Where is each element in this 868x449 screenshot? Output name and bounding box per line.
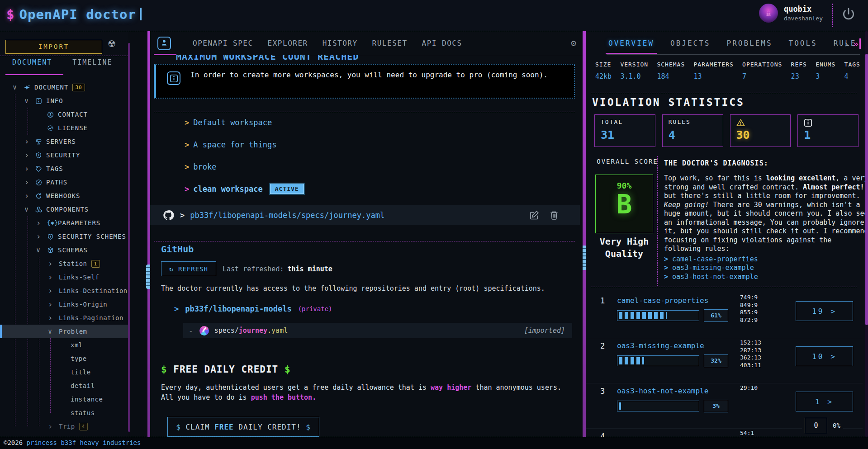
tree-item[interactable]: TAGS [0, 162, 128, 175]
tree-item[interactable]: DOCUMENT 30 [0, 80, 128, 94]
repo-spec-row[interactable]: pb33f/libopenapi-models/specs/journey.ya… [150, 205, 580, 225]
tree-item[interactable]: xml [0, 338, 128, 352]
tree-item[interactable]: COMPONENTS [0, 203, 128, 216]
tree-item[interactable]: Links-Self [0, 270, 128, 284]
tree-item[interactable]: LICENSE [0, 121, 128, 135]
profile-tab[interactable] [157, 37, 171, 50]
sidebar-tab-underline [5, 74, 63, 75]
section-divider [591, 287, 857, 287]
tree-item[interactable]: SECURITY SCHEMES [0, 230, 128, 243]
workspace-chevron-icon [185, 118, 189, 127]
panel-tab[interactable]: TOOLS [789, 39, 817, 47]
tree-chevron-icon [36, 246, 47, 254]
avatar[interactable]: ☠ [759, 4, 778, 23]
violation-count-button[interactable]: 19 > [796, 301, 853, 321]
workspace-item[interactable]: A space for things [185, 140, 574, 162]
workspace-item[interactable]: clean workspace ACTIVE [185, 184, 574, 207]
workspace-item[interactable]: Default workspace [185, 118, 574, 140]
tree-item[interactable]: title [0, 365, 128, 379]
header-bar: $OpenAPI doctor ☠ quobix daveshanley [0, 0, 868, 31]
violation-rule-link[interactable]: oas3-missing-example [617, 341, 704, 351]
panel-tab[interactable]: PROBLEMS [727, 39, 773, 47]
imported-label: [imported] [524, 326, 565, 335]
section-divider [591, 93, 857, 93]
tree-item-label: CONTACT [58, 111, 88, 118]
tree-item[interactable]: {✱} PARAMETERS [0, 216, 128, 230]
tree-item[interactable]: SCHEMAS [0, 243, 128, 257]
panel-tab[interactable]: OVERVIEW [608, 39, 654, 47]
tree-item[interactable]: CONTACT [0, 108, 128, 121]
tree-item-label: Trip [59, 423, 75, 430]
rule-link[interactable]: oas3-host-not-example [664, 273, 865, 282]
stat-label: REFS [791, 61, 807, 68]
spec-file-row[interactable]: specs/journey.yaml [imported] [183, 323, 572, 338]
tree-item[interactable]: WEBHOOKS [0, 189, 128, 203]
trash-icon[interactable] [549, 210, 559, 220]
tree-item-label: PATHS [46, 179, 67, 186]
rule-link[interactable]: oas3-missing-example [664, 264, 865, 273]
import-button[interactable]: IMPORT [5, 40, 102, 54]
tree-item[interactable]: INFO [0, 94, 128, 108]
power-icon[interactable] [841, 7, 857, 23]
workspace-chevron-icon [185, 140, 189, 149]
stat-value: 13 [694, 72, 734, 80]
tree-item[interactable]: instance [0, 392, 128, 406]
tree-item[interactable]: Links-Origin [0, 298, 128, 311]
refresh-button[interactable]: REFRESH [161, 261, 216, 276]
footer-link[interactable]: princess b33f heavy industries [27, 439, 141, 446]
workspace-tab[interactable]: API DOCS [422, 39, 462, 47]
workspace-tab[interactable]: HISTORY [323, 39, 358, 47]
tree-item[interactable]: type [0, 352, 128, 365]
user-box[interactable]: ☠ quobix daveshanley [759, 4, 823, 23]
tree-item-label: Links-Pagination [59, 314, 123, 321]
tree-item[interactable]: SECURITY [0, 148, 128, 162]
violation-rule-link[interactable]: oas3-host-not-example [617, 386, 708, 396]
tree-item-label: DOCUMENT [34, 84, 68, 91]
workspace-tab[interactable]: EXPLORER [268, 39, 308, 47]
sidebar-tab[interactable]: TIMELINE [72, 58, 112, 66]
right-panel-scrollbar[interactable] [865, 31, 868, 437]
violation-count-button[interactable]: 1 > [796, 392, 853, 411]
card-value: 1 [804, 128, 852, 142]
gear-icon[interactable]: ⚙ [571, 38, 576, 48]
stat-label: SCHEMAS [657, 61, 685, 68]
repo-item[interactable]: pb33f/libopenapi-models (private) [174, 304, 332, 313]
github-description: The doctor currently has access to the f… [161, 284, 545, 293]
rule-link[interactable]: camel-case-properties [664, 255, 865, 264]
panel-tab[interactable]: OBJECTS [670, 39, 710, 47]
tree-item[interactable]: detail [0, 379, 128, 392]
progress-fill [619, 357, 644, 364]
violation-count-button[interactable]: 10 > [796, 346, 853, 366]
tab-scroll-next-icon[interactable] [844, 38, 849, 49]
tree-item[interactable]: status [0, 406, 128, 420]
diagnosis-paragraph: Top work, so far this is looking excelle… [664, 174, 865, 254]
edit-icon[interactable] [529, 210, 539, 220]
tab-scroll-end-icon[interactable] [853, 38, 861, 49]
tree-item[interactable]: Trip 4 [0, 420, 128, 433]
dollar-icon: $ [285, 364, 291, 375]
sidebar-scrollbar[interactable] [128, 43, 130, 432]
tree-item[interactable]: Problem [0, 325, 128, 338]
workspace-tab[interactable]: OPENAPI SPEC [193, 39, 253, 47]
file-prefix: specs/ [214, 326, 239, 335]
tree-chevron-icon [24, 178, 35, 187]
repo-name: pb33f/libopenapi-models [185, 304, 291, 313]
overview-tabs: OVERVIEWOBJECTSPROBLEMSTOOLSRULE [608, 31, 856, 55]
progress-fill [619, 312, 667, 319]
scrollbar-thumb[interactable] [865, 54, 868, 325]
alert-banner: In order to create more workspaces, you … [154, 64, 575, 99]
workspace-tab[interactable]: RULESET [372, 39, 408, 47]
tree-item[interactable]: PATHS [0, 175, 128, 189]
sidebar-tab[interactable]: DOCUMENT [12, 58, 52, 66]
violation-list: 1 camel-case-properties 61% 749:9 849:9 … [586, 293, 863, 437]
tree-item[interactable]: Links-Pagination [0, 311, 128, 325]
claim-credit-button[interactable]: $ CLAIM FREE DAILY CREDIT! $ [167, 417, 319, 437]
workspace-item[interactable]: broke [185, 162, 574, 184]
tree-item[interactable]: Links-Destination [0, 284, 128, 298]
tree-item-icon [35, 179, 46, 186]
tree-item[interactable]: SERVERS [0, 135, 128, 148]
diagnosis: THE DOCTOR'S DIAGNOSIS: Top work, so far… [664, 159, 865, 281]
tree-item[interactable]: Station 1 [0, 257, 128, 270]
violation-rule-link[interactable]: camel-case-properties [617, 296, 708, 306]
radiation-icon[interactable]: ☢ [105, 37, 118, 50]
